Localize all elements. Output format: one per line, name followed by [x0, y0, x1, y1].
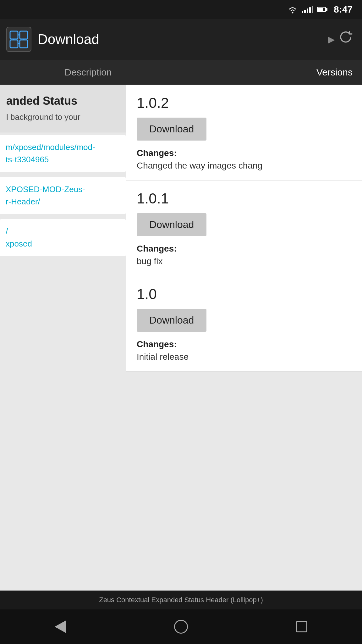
- empty-space: [126, 372, 362, 591]
- version-card-2: 1.0.1 Download Changes: bug fix: [126, 180, 362, 276]
- status-bar: 8:47: [0, 0, 362, 19]
- version-card-3: 1.0 Download Changes: Initial release: [126, 276, 362, 372]
- svg-rect-4: [20, 40, 28, 48]
- version-card-1: 1.0.2 Download Changes: Changed the way …: [126, 85, 362, 180]
- version-number-3: 1.0: [137, 286, 351, 303]
- svg-rect-1: [10, 31, 18, 39]
- changes-label-1: Changes:: [137, 148, 351, 158]
- version-number-1: 1.0.2: [137, 94, 351, 111]
- download-button-1[interactable]: Download: [137, 118, 206, 141]
- changes-label-3: Changes:: [137, 339, 351, 349]
- play-indicator: ▶: [328, 34, 335, 45]
- back-button[interactable]: [48, 614, 73, 639]
- wifi-icon: [287, 5, 298, 14]
- section-title: anded Status: [6, 94, 119, 108]
- app-logo: [6, 27, 31, 52]
- link-1[interactable]: m/xposed/modules/mod- ts-t3304965: [6, 142, 95, 164]
- changes-text-1: Changed the way images chang: [137, 161, 351, 171]
- left-panel: anded Status l background to your m/xpos…: [0, 85, 126, 591]
- changes-text-3: Initial release: [137, 352, 351, 362]
- link-box-3[interactable]: / xposed: [0, 219, 126, 256]
- description-section: anded Status l background to your: [0, 85, 126, 132]
- home-icon: [174, 620, 188, 634]
- home-button[interactable]: [168, 614, 194, 639]
- signal-icon: [302, 6, 313, 13]
- tab-description[interactable]: Description: [0, 60, 176, 85]
- recents-button[interactable]: [289, 614, 314, 639]
- right-panel: 1.0.2 Download Changes: Changed the way …: [126, 85, 362, 591]
- svg-rect-2: [20, 31, 28, 39]
- bottom-app-name: Zeus Contextual Expanded Status Header (…: [99, 596, 263, 604]
- changes-label-2: Changes:: [137, 244, 351, 254]
- link-box-1[interactable]: m/xposed/modules/mod- ts-t3304965: [0, 135, 126, 172]
- link-2[interactable]: XPOSED-MOD-Zeus- r-Header/: [6, 185, 85, 206]
- back-icon: [55, 620, 66, 633]
- app-title: Download: [38, 31, 326, 47]
- status-icons: 8:47: [287, 4, 353, 15]
- download-button-2[interactable]: Download: [137, 213, 206, 236]
- tab-versions[interactable]: Versions: [176, 60, 362, 85]
- logo-icon: [9, 30, 29, 49]
- content-area: anded Status l background to your m/xpos…: [0, 85, 362, 591]
- download-button-3[interactable]: Download: [137, 309, 206, 332]
- link-3[interactable]: / xposed: [6, 227, 32, 248]
- changes-text-2: bug fix: [137, 256, 351, 266]
- bottom-app-bar: Zeus Contextual Expanded Status Header (…: [0, 591, 362, 609]
- recents-icon: [296, 621, 307, 632]
- svg-point-0: [292, 12, 293, 14]
- section-text: l background to your: [6, 111, 119, 123]
- tab-bar: Description Versions: [0, 60, 362, 85]
- app-bar: Download ▶: [0, 19, 362, 60]
- refresh-icon: [337, 30, 353, 46]
- link-box-2[interactable]: XPOSED-MOD-Zeus- r-Header/: [0, 177, 126, 214]
- refresh-button[interactable]: [335, 27, 356, 51]
- battery-icon: [317, 7, 327, 12]
- status-time: 8:47: [334, 4, 353, 15]
- version-number-2: 1.0.1: [137, 190, 351, 207]
- nav-bar: [0, 609, 362, 644]
- svg-rect-3: [10, 40, 18, 48]
